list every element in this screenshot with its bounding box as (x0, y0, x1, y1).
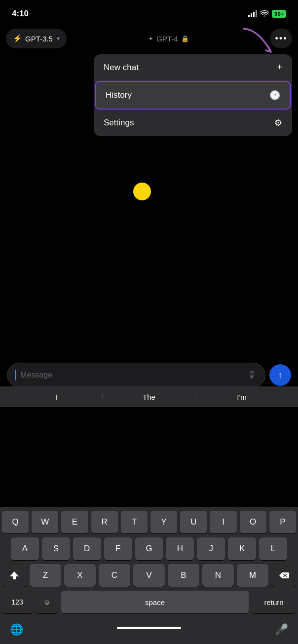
key-m[interactable]: M (237, 564, 268, 587)
wifi-icon (260, 10, 269, 18)
send-button[interactable]: ↑ (269, 364, 291, 386)
key-j[interactable]: J (197, 537, 225, 560)
gpt4-label: GPT-4 (156, 35, 178, 43)
predictive-bar: I The I'm (0, 386, 298, 407)
key-r[interactable]: R (91, 511, 118, 533)
numbers-key[interactable]: 123 (2, 591, 33, 613)
keyboard-row-2: A S D F G H J K L (0, 537, 298, 560)
key-w[interactable]: W (32, 511, 58, 533)
key-l[interactable]: L (259, 537, 287, 560)
key-n[interactable]: N (202, 564, 234, 587)
emoji-key[interactable]: ☺ (36, 591, 58, 613)
key-s[interactable]: S (42, 537, 70, 560)
key-y[interactable]: Y (150, 511, 177, 533)
keyboard-row-3: Z X C V B N M (0, 564, 298, 587)
bolt-icon: ⚡ (13, 34, 22, 43)
pred-word-2[interactable]: The (103, 393, 195, 401)
key-x[interactable]: X (64, 564, 96, 587)
bottom-bar: 🌐 🎤 (0, 617, 298, 644)
status-time: 4:10 (12, 9, 29, 19)
key-f[interactable]: F (104, 537, 132, 560)
status-icons: 90+ (248, 10, 286, 18)
keyboard-row-1: Q W E R T Y U I O P (0, 511, 298, 533)
key-q[interactable]: Q (2, 511, 29, 533)
signal-icon (248, 10, 257, 17)
message-placeholder: Message (20, 371, 243, 379)
key-t[interactable]: T (121, 511, 148, 533)
pred-word-3[interactable]: I'm (195, 393, 288, 401)
key-p[interactable]: P (269, 511, 296, 533)
home-indicator (117, 627, 181, 629)
menu-item-settings[interactable]: Settings ⚙ (94, 110, 292, 136)
menu-item-history[interactable]: History 🕐 (95, 81, 291, 110)
plus-icon: + (277, 62, 282, 73)
gpt4-tab[interactable]: GPT-4 🔒 (71, 29, 266, 48)
key-k[interactable]: K (228, 537, 256, 560)
delete-key[interactable] (271, 564, 296, 587)
return-key[interactable]: return (252, 591, 296, 613)
key-i[interactable]: I (210, 511, 236, 533)
microphone-icon[interactable]: 🎤 (275, 623, 288, 636)
key-c[interactable]: C (99, 564, 130, 587)
lock-icon: 🔒 (181, 35, 189, 42)
key-u[interactable]: U (180, 511, 207, 533)
key-e[interactable]: E (61, 511, 88, 533)
key-g[interactable]: G (135, 537, 163, 560)
dropdown-menu: New chat + History 🕐 Settings ⚙ (94, 54, 292, 136)
status-bar: 4:10 90+ (0, 0, 298, 25)
keyboard-row-4: 123 ☺ space return (0, 591, 298, 613)
globe-icon[interactable]: 🌐 (10, 623, 23, 636)
arrow-annotation (239, 25, 278, 61)
waveform-icon[interactable]: 🎙 (247, 370, 257, 381)
settings-label: Settings (104, 118, 134, 128)
new-chat-label: New chat (104, 63, 139, 73)
battery-icon: 90+ (272, 10, 286, 18)
gpt35-tab[interactable]: ⚡ GPT-3.5 ▾ (6, 29, 67, 48)
gpt35-label: GPT-3.5 (25, 35, 53, 43)
shift-key[interactable] (2, 564, 27, 587)
gear-icon: ⚙ (274, 117, 282, 128)
message-input-row: Message 🎙 ↑ (7, 363, 291, 387)
send-arrow-icon: ↑ (278, 370, 283, 380)
sparkle-icon (148, 34, 153, 43)
message-input-box[interactable]: Message 🎙 (7, 363, 265, 387)
pred-word-1[interactable]: I (10, 393, 103, 401)
cursor-indicator (15, 370, 16, 380)
key-v[interactable]: V (133, 564, 165, 587)
key-o[interactable]: O (240, 511, 266, 533)
chevron-down-icon: ▾ (57, 35, 60, 42)
history-clock-icon: 🕐 (269, 90, 280, 101)
key-b[interactable]: B (168, 564, 199, 587)
history-label: History (106, 90, 132, 100)
yellow-dot (133, 183, 151, 200)
key-a[interactable]: A (11, 537, 39, 560)
message-area: Message 🎙 ↑ (0, 363, 298, 387)
key-z[interactable]: Z (30, 564, 61, 587)
key-d[interactable]: D (73, 537, 101, 560)
keyboard: Q W E R T Y U I O P A S D F G H J K L Z … (0, 507, 298, 644)
space-key[interactable]: space (61, 591, 249, 613)
key-h[interactable]: H (166, 537, 194, 560)
